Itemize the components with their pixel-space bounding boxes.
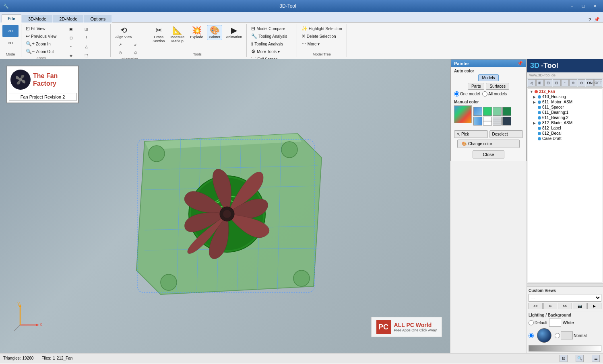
btn-information[interactable]: ℹ Tooling Analysis: [249, 40, 285, 47]
painter-pin-icon[interactable]: 📌: [517, 61, 523, 66]
orient-btn-2[interactable]: ↙: [128, 41, 143, 48]
swatch-line[interactable]: [483, 117, 492, 125]
display-btn-5[interactable]: ⚬: [64, 43, 78, 51]
cv-play-icon[interactable]: ▶: [587, 303, 601, 309]
painter-parts-btn[interactable]: Parts: [468, 83, 484, 90]
tab-2dmode[interactable]: 2D-Mode: [53, 15, 83, 23]
display-btn-4[interactable]: ⋮: [79, 34, 93, 42]
cv-next-btn[interactable]: >>: [558, 303, 572, 309]
tree-expand-410housing[interactable]: ▶: [533, 95, 538, 99]
btn-3d[interactable]: 3D: [2, 25, 19, 37]
tree-item-611bearing1[interactable]: 611_Bearing:1: [528, 110, 602, 115]
swatch-blue-grad2[interactable]: [473, 117, 482, 125]
tree-scrollbar[interactable]: [527, 283, 603, 286]
btn-painter[interactable]: 🎨 Painter: [207, 25, 223, 40]
tree-item-611bearing2[interactable]: 611_Bearing:2: [528, 115, 602, 120]
btn-2d[interactable]: 2D: [2, 38, 19, 48]
rt-btn-5[interactable]: ↑: [561, 79, 569, 86]
orient-btn-4[interactable]: ◶: [128, 49, 143, 56]
lighting-normal-label[interactable]: Normal: [555, 331, 586, 339]
tree-item-812bladeasm[interactable]: ▶ 812_Blade_ASM: [528, 120, 602, 125]
tree-item-212fan[interactable]: ▼ 212_Fan: [528, 89, 602, 94]
rt-btn-4[interactable]: ⊟: [553, 79, 561, 86]
btn-prevview[interactable]: ↩ Previous View: [24, 33, 58, 40]
display-btn-2[interactable]: ◫: [79, 25, 93, 33]
rt-btn-1[interactable]: ◁: [528, 79, 536, 86]
rt-btn-3[interactable]: ⊟: [544, 79, 552, 86]
lighting-normal-radio[interactable]: [529, 333, 534, 338]
rt-btn-8[interactable]: ON: [586, 79, 594, 86]
swatch-lightgreen[interactable]: [493, 107, 502, 116]
color-picker-area[interactable]: [454, 105, 472, 123]
minimize-button[interactable]: −: [567, 2, 577, 10]
tree-item-812decal[interactable]: 812_Decal: [528, 131, 602, 136]
display-btn-6[interactable]: △: [79, 43, 93, 51]
btn-toolinganalysis[interactable]: 🔧 Tooling Analysis: [249, 33, 289, 40]
status-search-btn[interactable]: 🔍: [576, 355, 584, 362]
orient-btn-1[interactable]: ↗: [113, 41, 128, 48]
radio-all-models[interactable]: All models: [482, 91, 507, 97]
painter-pick-btn[interactable]: ↖ Pick: [454, 130, 488, 138]
btn-deleteselection[interactable]: ✕ Delete Selection: [299, 33, 338, 40]
lighting-normal-swatch[interactable]: [561, 331, 573, 339]
btn-crosssection[interactable]: ✂ CrossSection: [151, 25, 167, 44]
files-value: 1: [53, 356, 55, 360]
display-btn-8[interactable]: ⬚: [79, 51, 93, 60]
btn-alignview[interactable]: ⟲ Align View: [113, 25, 134, 40]
btn-modelcompare[interactable]: ⊟ Model Compare: [249, 25, 287, 32]
cv-snapshot-icon[interactable]: 📷: [573, 303, 587, 309]
custom-views-select[interactable]: ...: [529, 294, 601, 302]
painter-models-btn[interactable]: Models: [478, 74, 498, 81]
tree-item-812label[interactable]: 812_Label: [528, 125, 602, 131]
status-menu-btn[interactable]: ☰: [592, 355, 600, 362]
btn-explode[interactable]: 💥 Explode: [188, 25, 205, 40]
btn-animation[interactable]: ▶ Animation: [224, 25, 244, 40]
lighting-default-radio[interactable]: Default: [529, 320, 547, 325]
display-btn-1[interactable]: ▣: [64, 25, 78, 33]
tree-item-611motorasm[interactable]: ▶ 611_Motor_ASM: [528, 99, 602, 105]
rt-btn-7[interactable]: ⊖: [578, 79, 586, 86]
btn-highlightselection[interactable]: ✨ Highlight Selection: [299, 25, 344, 32]
help-icon[interactable]: ?: [587, 17, 593, 22]
tree-item-410housing[interactable]: ▶ 410_Housing: [528, 94, 602, 99]
orient-btn-3[interactable]: ◷: [113, 49, 128, 56]
swatch-blue-grad[interactable]: [473, 107, 482, 116]
display-btn-3[interactable]: ◻: [64, 34, 78, 42]
tree-expand-611motor[interactable]: ▶: [533, 100, 538, 104]
cv-add-icon[interactable]: ⊕: [543, 303, 558, 309]
btn-zoomout[interactable]: 🔍− Zoom Out: [24, 48, 56, 55]
swatch-dark[interactable]: [502, 117, 511, 125]
tab-3dmode[interactable]: 3D-Mode: [22, 15, 52, 23]
btn-zoomin[interactable]: 🔍+ Zoom In: [24, 40, 53, 47]
tree-item-casedraft[interactable]: Case Draft: [528, 136, 602, 141]
tree-expand-812blade[interactable]: ▶: [533, 121, 538, 125]
radio-one-model[interactable]: One model: [454, 91, 480, 97]
btn-fitview[interactable]: ⊡ Fit View: [24, 25, 47, 32]
swatch-green[interactable]: [483, 107, 492, 116]
status-zoom-btn[interactable]: ⊡: [560, 355, 568, 362]
display-btn-7[interactable]: ◈: [64, 51, 78, 60]
close-button[interactable]: ✕: [589, 2, 600, 10]
rt-btn-9[interactable]: OFF: [594, 79, 602, 86]
tree-item-611spacer[interactable]: 611_Spacer: [528, 105, 602, 110]
rt-btn-6[interactable]: ⊕: [569, 79, 577, 86]
maximize-button[interactable]: □: [578, 2, 589, 10]
btn-moretools[interactable]: ⚙ More Tools ▾: [249, 48, 282, 55]
ribbon-pin-icon[interactable]: 📌: [593, 17, 601, 22]
viewport[interactable]: The FanFactory Fan Project Revision 2: [0, 59, 450, 353]
painter-surfaces-btn[interactable]: Surfaces: [486, 83, 509, 90]
rt-btn-2[interactable]: ⊞: [536, 79, 544, 86]
btn-measuremarkup[interactable]: 📐 MeasureMarkup: [168, 25, 186, 44]
painter-changecolor-btn[interactable]: 🎨 Change color: [457, 140, 520, 148]
tree-expand-212fan[interactable]: ▼: [530, 90, 535, 94]
painter-close-btn[interactable]: Close: [473, 150, 504, 158]
btn-more[interactable]: ⋯ More ▾: [299, 40, 322, 47]
swatch-texture[interactable]: [493, 117, 502, 125]
cv-prev-btn[interactable]: <<: [529, 303, 543, 309]
tab-options[interactable]: Options: [84, 15, 112, 23]
painter-deselect-btn[interactable]: Deselect: [489, 130, 523, 138]
tab-file[interactable]: File: [2, 14, 21, 23]
swatch-darkgreen[interactable]: [502, 107, 511, 116]
gradient-bar[interactable]: [529, 345, 601, 352]
lighting-white-swatch[interactable]: [549, 319, 561, 327]
